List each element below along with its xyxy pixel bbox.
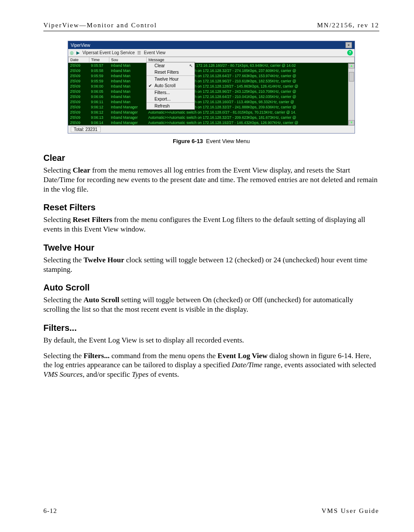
table-cell: Automatic>>Automatic switch on 172.16.12… <box>147 110 355 115</box>
menu-item-filters[interactable]: Filters... <box>147 89 194 96</box>
table-cell: 9:06:12 <box>89 110 109 115</box>
section-filters-body2: Selecting the Filters... command from th… <box>43 351 379 379</box>
table-cell: 9:06:00 <box>89 84 109 89</box>
table-row[interactable]: 2\5\099:06:11Inband ManAutomatic>>Automa… <box>69 99 355 104</box>
table-cell: 2\5\09 <box>69 78 89 84</box>
table-row[interactable]: 2\5\099:06:06Inband ManAutomatic>>Automa… <box>69 94 355 99</box>
header-left: ViperView—Monitor and Control <box>43 22 157 29</box>
status-bar: Total: 23231 <box>68 125 355 133</box>
table-cell: 9:05:57 <box>89 63 109 69</box>
table-cell: 9:06:11 <box>89 99 109 104</box>
table-header-row: Date Time Sou Message <box>69 57 355 63</box>
table-cell: Inband Man <box>109 78 147 84</box>
figure-caption: Figure 6-13 Event View Menu <box>43 138 379 144</box>
section-reset-title: Reset Filters <box>43 202 379 212</box>
breadcrumb-service[interactable]: Vipersat Event Log Service <box>82 50 135 55</box>
list-icon: ☰ <box>137 51 141 55</box>
vertical-scrollbar[interactable]: ▲ ▼ <box>348 63 355 125</box>
window-title: ViperView <box>71 43 90 48</box>
section-twelve-title: Twelve Hour <box>43 243 379 253</box>
menu-item-label: Filters... <box>154 90 170 95</box>
table-row[interactable]: 2\5\099:05:57Inband ManHome>>Automatic s… <box>69 63 355 69</box>
table-cell: 2\5\09 <box>69 94 89 99</box>
footer-page-number: 6-12 <box>43 507 57 515</box>
table-cell: Inband Manager <box>109 120 147 125</box>
table-cell: Inband Man <box>109 68 147 73</box>
section-auto-title: Auto Scroll <box>43 283 379 293</box>
table-cell: 9:06:14 <box>89 120 109 125</box>
figure-caption-text: Event View Menu <box>206 138 250 144</box>
breadcrumb-bar: ◎ ▶ Vipersat Event Log Service ☰ Event V… <box>68 49 355 57</box>
table-cell: 2\5\09 <box>69 68 89 73</box>
table-cell: Inband Man <box>109 73 147 78</box>
breadcrumb-view[interactable]: Event View <box>144 50 165 55</box>
table-row[interactable]: 2\5\099:05:58Inband ManAutomatic>>Automa… <box>69 68 355 73</box>
scroll-thumb[interactable] <box>349 72 354 82</box>
folder-arrow-icon: ▶ <box>76 51 80 55</box>
table-cell: 9:06:05 <box>89 89 109 94</box>
table-cell: Automatic>>Automatic switch on 172.16.12… <box>147 120 355 125</box>
menu-item-export[interactable]: Export... <box>147 96 194 102</box>
event-view-context-menu[interactable]: ↖ Clear Reset Filters Twelve Hour ✔ Auto… <box>146 62 195 110</box>
section-twelve-body: Selecting the Twelve Hour clock setting … <box>43 255 379 274</box>
table-cell: Inband Man <box>109 89 147 94</box>
check-icon: ✔ <box>148 83 152 88</box>
table-row[interactable]: 2\5\099:05:59Inband ManAutomatic>>Automa… <box>69 78 355 84</box>
section-clear-body: Selecting Clear from the menu removes al… <box>43 166 379 194</box>
page-footer: 6-12 VMS User Guide <box>43 507 379 515</box>
scroll-down-icon[interactable]: ▼ <box>348 120 355 125</box>
col-date[interactable]: Date <box>69 57 89 63</box>
table-cell: 9:06:06 <box>89 94 109 99</box>
col-time[interactable]: Time <box>89 57 109 63</box>
table-row[interactable]: 2\5\099:06:12Inband ManagerAutomatic>>Au… <box>69 110 355 115</box>
status-total: Total: 23231 <box>71 127 101 132</box>
menu-item-auto-scroll[interactable]: ✔ Auto Scroll <box>147 82 194 89</box>
close-icon[interactable]: × <box>345 42 352 48</box>
header-right: MN/22156, rev 12 <box>317 22 379 29</box>
table-row[interactable]: 2\5\099:06:14Inband ManagerAutomatic>>Au… <box>69 120 355 125</box>
menu-item-twelve-hour[interactable]: Twelve Hour <box>147 75 194 82</box>
viperview-window: ViperView × ◎ ▶ Vipersat Event Log Servi… <box>68 41 355 134</box>
table-cell: Inband Manager <box>109 110 147 115</box>
table-cell: 9:05:59 <box>89 78 109 84</box>
event-log-area: Date Time Sou Message 2\5\099:05:57Inban… <box>68 57 355 125</box>
table-cell: 2\5\09 <box>69 73 89 78</box>
table-cell: 2\5\09 <box>69 89 89 94</box>
table-cell: 2\5\09 <box>69 110 89 115</box>
menu-item-label: Auto Scroll <box>154 83 175 88</box>
footer-guide-title: VMS User Guide <box>322 507 379 515</box>
table-cell: 9:06:13 <box>89 115 109 120</box>
table-cell: 9:05:59 <box>89 73 109 78</box>
table-cell: 2\5\09 <box>69 84 89 89</box>
window-titlebar: ViperView × <box>68 41 355 49</box>
table-cell: Inband Man <box>109 99 147 104</box>
table-cell: 9:05:58 <box>89 68 109 73</box>
table-cell: 9:06:12 <box>89 104 109 110</box>
table-cell: 2\5\09 <box>69 115 89 120</box>
figure-wrapper: ViperView × ◎ ▶ Vipersat Event Log Servi… <box>43 41 379 144</box>
section-auto-body: Selecting the Auto Scroll setting will t… <box>43 295 379 314</box>
table-row[interactable]: 2\5\099:06:12Inband ManagerAutomatic>>Au… <box>69 104 355 110</box>
help-icon[interactable]: ? <box>347 50 353 55</box>
running-header: ViperView—Monitor and Control MN/22156, … <box>43 22 379 31</box>
menu-item-refresh[interactable]: Refresh <box>147 102 194 109</box>
table-cell: 2\5\09 <box>69 104 89 110</box>
table-cell: 2\5\09 <box>69 120 89 125</box>
menu-item-reset-filters[interactable]: Reset Filters <box>147 69 194 75</box>
table-cell: Automatic>>Automatic switch on 172.16.12… <box>147 115 355 120</box>
menu-item-clear[interactable]: ↖ Clear <box>147 62 194 69</box>
table-cell: 2\5\09 <box>69 99 89 104</box>
table-row[interactable]: 2\5\099:06:13Inband ManagerAutomatic>>Au… <box>69 115 355 120</box>
scroll-up-icon[interactable]: ▲ <box>348 63 355 69</box>
table-cell: Inband Man <box>109 63 147 69</box>
table-row[interactable]: 2\5\099:06:00Inband ManAutomatic>>Automa… <box>69 84 355 89</box>
table-row[interactable]: 2\5\099:06:05Inband ManAutomatic>>Automa… <box>69 89 355 94</box>
col-source[interactable]: Sou <box>109 57 147 63</box>
menu-item-label: Export... <box>154 97 171 101</box>
event-log-table: Date Time Sou Message 2\5\099:05:57Inban… <box>68 57 355 125</box>
menu-item-label: Clear <box>154 63 165 68</box>
section-filters-body1: By default, the Event Log View is set to… <box>43 336 379 345</box>
table-cell: Inband Manager <box>109 104 147 110</box>
menu-item-label: Twelve Hour <box>154 77 179 82</box>
table-row[interactable]: 2\5\099:05:59Inband ManAutomatic>>Automa… <box>69 73 355 78</box>
